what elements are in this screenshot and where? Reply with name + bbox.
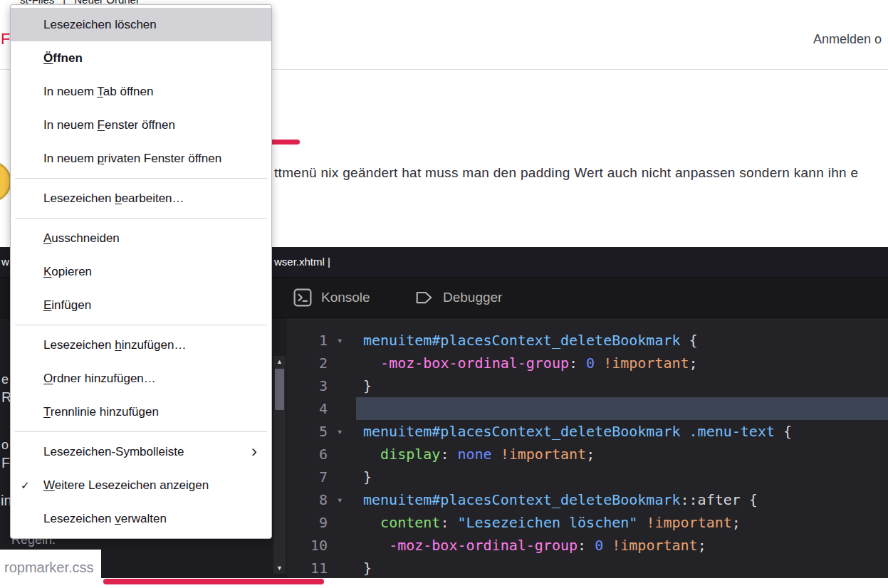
code-line: 8▾menuitem#placesContext_deleteBookmark:…: [287, 488, 888, 511]
menu-item-label: Trennlinie hinzufügen: [43, 405, 159, 419]
submenu-arrow-icon: ›: [251, 441, 257, 461]
console-icon: [293, 288, 312, 307]
menu-item[interactable]: Lesezeichen löschen: [11, 8, 271, 41]
fold-gutter: [328, 352, 356, 374]
screenshot-root: st-Files | Neuer Ordner Fo Anmelden o tt…: [0, 0, 888, 588]
line-number: 1: [287, 329, 328, 352]
code-line: 2 -moz-box-ordinal-group: 0 !important;: [287, 352, 888, 374]
code-line: 3}: [287, 374, 888, 397]
line-number: 8: [287, 488, 328, 511]
menu-separator: [15, 325, 267, 325]
menu-item[interactable]: Öffnen: [11, 41, 271, 75]
line-number: 10: [287, 534, 328, 557]
menu-item[interactable]: In neuem Tab öffnen: [11, 75, 271, 108]
style-editor-code-area[interactable]: 1▾menuitem#placesContext_deleteBookmark …: [287, 318, 888, 578]
tab-console[interactable]: Konsole: [293, 278, 370, 317]
menu-item-label: Weitere Lesezeichen anzeigen: [43, 478, 209, 493]
line-number: 2: [287, 352, 328, 374]
code-text: -moz-box-ordinal-group: 0 !important;: [356, 534, 888, 557]
titlebar-text: wser.xhtml |: [274, 256, 330, 268]
menu-item[interactable]: Lesezeichen hinzufügen…: [11, 328, 271, 362]
menu-item-label: Lesezeichen bearbeiten…: [43, 191, 184, 206]
code-text: -moz-box-ordinal-group: 0 !important;: [356, 352, 888, 374]
tab-label: Debugger: [443, 290, 502, 305]
fold-arrow-icon[interactable]: ▾: [328, 488, 356, 511]
code-text: content: "Lesezeichen löschen" !importan…: [356, 511, 888, 534]
line-number: 9: [287, 511, 328, 534]
sidebar-text-fragment: e: [1, 372, 9, 387]
sidebar-text-fragment: F: [1, 455, 10, 471]
menu-item-label: Öffnen: [43, 51, 83, 65]
scrollbar-up-button[interactable]: ▲: [273, 356, 286, 367]
code-line: 7}: [287, 466, 888, 488]
menu-item[interactable]: Lesezeichen verwalten: [11, 502, 271, 535]
menu-item-label: Lesezeichen hinzufügen…: [43, 338, 186, 352]
tab-debugger[interactable]: Debugger: [415, 278, 502, 317]
menu-item-label: Ordner hinzufügen…: [43, 372, 156, 386]
code-line: 4: [287, 397, 888, 420]
menu-item[interactable]: In neuem privaten Fenster öffnen: [11, 142, 271, 175]
menu-item-label: In neuem Fenster öffnen: [43, 118, 175, 132]
menu-item-label: Ausschneiden: [43, 231, 120, 246]
code-text: }: [356, 374, 888, 397]
fold-gutter: [328, 443, 356, 466]
menu-separator: [15, 178, 267, 179]
menu-item-label: Einfügen: [43, 298, 91, 313]
menu-item[interactable]: ✓Weitere Lesezeichen anzeigen: [11, 468, 271, 502]
code-line: 11}: [287, 557, 888, 578]
code-line: 6 display: none !important;: [287, 443, 888, 466]
menu-item[interactable]: In neuem Fenster öffnen: [11, 108, 271, 142]
menu-item-label: Lesezeichen verwalten: [43, 512, 167, 526]
code-line: 9 content: "Lesezeichen löschen" !import…: [287, 511, 888, 534]
code-line: 10 -moz-box-ordinal-group: 0 !important;: [287, 534, 888, 557]
code-text: }: [356, 557, 888, 578]
filename-link-fragment[interactable]: ropmarker.css: [4, 560, 94, 576]
line-number: 3: [287, 374, 328, 397]
scrollbar-down-button[interactable]: ▼: [273, 562, 286, 574]
line-number: 4: [287, 397, 328, 420]
code-line: 1▾menuitem#placesContext_deleteBookmark …: [287, 329, 888, 352]
checkmark-icon: ✓: [21, 479, 30, 492]
bookmarks-context-menu: Lesezeichen löschenÖffnenIn neuem Tab öf…: [10, 4, 272, 539]
menu-item-label: Lesezeichen löschen: [43, 18, 157, 32]
code-text: [356, 397, 888, 420]
line-number: 5: [287, 420, 328, 443]
sidebar-scrollbar[interactable]: ▲ ▼: [273, 356, 286, 574]
menu-separator: [15, 218, 267, 219]
forum-post-text: ttmenü nix geändert hat muss man den pad…: [274, 165, 858, 181]
fold-arrow-icon[interactable]: ▾: [328, 329, 356, 352]
code-line: 5▾menuitem#placesContext_deleteBookmark …: [287, 420, 888, 443]
fold-gutter: [328, 511, 356, 534]
fold-arrow-icon[interactable]: ▾: [328, 420, 356, 443]
menu-item-label: In neuem privaten Fenster öffnen: [43, 152, 221, 166]
code-text: menuitem#placesContext_deleteBookmark .m…: [356, 420, 888, 443]
fold-gutter: [328, 374, 356, 397]
debugger-icon: [415, 288, 434, 307]
scrollbar-thumb[interactable]: [275, 369, 284, 410]
code-text: display: none !important;: [356, 443, 888, 466]
menu-item[interactable]: Kopieren: [11, 255, 271, 288]
line-number: 7: [287, 466, 328, 488]
menu-item[interactable]: Ordner hinzufügen…: [11, 362, 271, 395]
sidebar-text-fragment: o: [1, 438, 9, 453]
menu-item-label: Lesezeichen-Symbolleiste: [43, 445, 184, 459]
fold-gutter: [328, 397, 356, 420]
code-text: menuitem#placesContext_deleteBookmark {: [356, 329, 888, 352]
fold-gutter: [328, 557, 356, 578]
code-text: }: [356, 466, 888, 488]
fold-gutter: [328, 466, 356, 488]
menu-item[interactable]: Lesezeichen-Symbolleiste›: [11, 435, 271, 468]
signin-link[interactable]: Anmelden o: [813, 32, 882, 47]
menu-item-label: In neuem Tab öffnen: [43, 85, 153, 99]
tab-label: Konsole: [321, 290, 370, 305]
horizontal-scrollbar-thumb-red[interactable]: [103, 579, 324, 584]
menu-item-label: Kopieren: [43, 265, 92, 279]
menu-item[interactable]: Lesezeichen bearbeiten…: [11, 182, 271, 215]
menu-item[interactable]: Einfügen: [11, 288, 271, 322]
menu-item[interactable]: Ausschneiden: [11, 221, 271, 255]
status-overlay: ropmarker.css: [0, 550, 101, 588]
menu-separator: [15, 431, 267, 432]
menu-item[interactable]: Trennlinie hinzufügen: [11, 395, 271, 429]
line-number: 11: [287, 557, 328, 578]
code-text: menuitem#placesContext_deleteBookmark::a…: [356, 488, 888, 511]
